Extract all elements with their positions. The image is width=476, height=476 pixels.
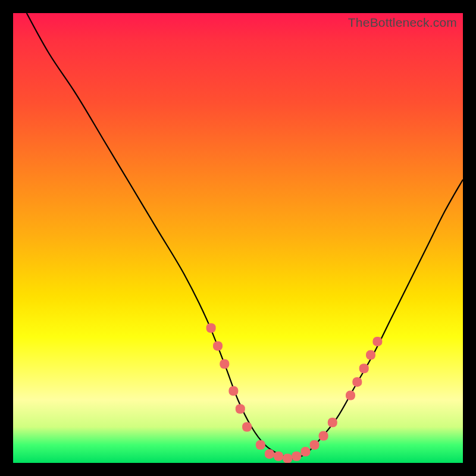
data-marker	[346, 391, 355, 400]
plot-area: TheBottleneck.com	[13, 13, 463, 463]
data-marker	[366, 350, 375, 360]
data-marker	[265, 449, 274, 459]
watermark-text: TheBottleneck.com	[348, 15, 457, 30]
data-marker	[213, 341, 223, 350]
data-marker	[242, 422, 252, 432]
data-marker	[352, 377, 362, 387]
marker-layer	[13, 13, 463, 463]
data-marker	[228, 386, 238, 396]
data-marker	[274, 452, 283, 461]
marker-group	[206, 323, 383, 463]
data-marker	[236, 404, 245, 414]
data-marker	[283, 453, 292, 463]
data-marker	[300, 447, 310, 456]
data-marker	[372, 337, 382, 346]
data-marker	[220, 359, 229, 369]
data-marker	[256, 440, 265, 450]
data-marker	[292, 452, 301, 461]
data-marker	[319, 431, 328, 441]
data-marker	[206, 323, 216, 333]
data-marker	[328, 418, 337, 427]
chart-frame: TheBottleneck.com	[0, 0, 476, 476]
data-marker	[359, 364, 369, 373]
data-marker	[310, 440, 320, 450]
